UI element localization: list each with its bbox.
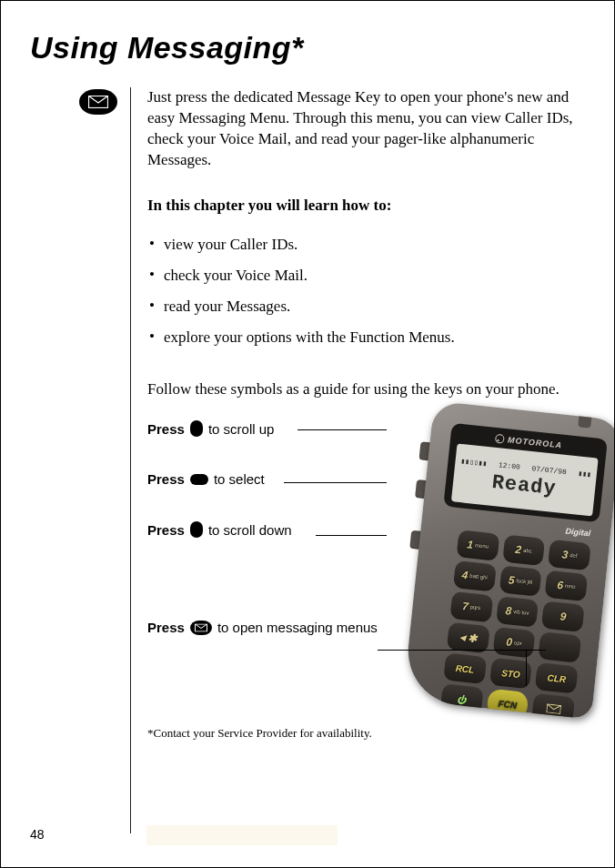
antenna xyxy=(578,409,592,428)
keypad: 1menu 2abc 3def 4batt ghi 5lock jkl 6mno… xyxy=(442,530,591,708)
envelope-key-icon xyxy=(190,621,212,635)
key-0: 0opr xyxy=(492,627,536,659)
motorola-logo-icon xyxy=(495,434,505,444)
key-9: 9 xyxy=(541,601,585,633)
select-instruction: Press to select xyxy=(147,471,378,487)
key-hash xyxy=(539,631,582,663)
leader-line xyxy=(316,535,387,536)
list-item: check your Voice Mail. xyxy=(147,260,585,291)
scroll-up-text: to scroll up xyxy=(208,421,275,437)
press-label: Press xyxy=(147,421,185,437)
phone-illustration: MOTOROLA ▮▮▯▯▮▮ 12:00 07/07/98 ▮▮▮ Ready xyxy=(378,399,615,730)
key-6: 6mno xyxy=(545,570,589,602)
key-5: 5lock jkl xyxy=(499,565,542,597)
press-label: Press xyxy=(147,620,185,635)
footnote: *Contact your Service Provider for avail… xyxy=(147,726,585,741)
phone-screen: ▮▮▯▯▮▮ 12:00 07/07/98 ▮▮▮ Ready xyxy=(451,444,599,517)
battery-icon: ▮▮▮ xyxy=(578,469,592,480)
list-item: view your Caller IDs. xyxy=(147,229,585,260)
key-3: 3def xyxy=(548,540,591,571)
highlight-bar xyxy=(146,825,338,845)
scroll-down-text: to scroll down xyxy=(208,522,292,538)
key-4: 4batt ghi xyxy=(453,560,497,592)
digital-label: Digital xyxy=(565,527,590,539)
list-item: explore your options with the Function M… xyxy=(147,322,585,353)
select-key-icon xyxy=(190,474,208,485)
signal-icon: ▮▮▯▯▮▮ xyxy=(460,457,488,470)
down-key-icon xyxy=(190,521,203,538)
brand-text: MOTOROLA xyxy=(508,435,563,449)
list-item: read your Messages. xyxy=(147,291,585,322)
key-star: ◂ ✱ xyxy=(447,622,490,654)
key-8: 8vib tuv xyxy=(496,596,539,628)
learn-list: view your Caller IDs. check your Voice M… xyxy=(147,229,585,353)
follow-text: Follow these symbols as a guide for usin… xyxy=(147,380,585,399)
key-clr: CLR xyxy=(535,662,579,694)
scroll-up-instruction: Press to scroll up xyxy=(147,420,378,437)
leader-line xyxy=(284,482,387,483)
key-7: 7pqrs xyxy=(449,591,493,623)
page-title: Using Messaging* xyxy=(30,30,585,66)
key-message xyxy=(532,693,576,720)
page-number: 48 xyxy=(30,827,45,842)
key-fcn: FCN xyxy=(486,689,529,720)
leader-line xyxy=(378,650,546,651)
messaging-instruction: Press to open messaging menus xyxy=(147,620,378,635)
envelope-icon xyxy=(79,89,117,115)
press-label: Press xyxy=(147,522,185,538)
select-text: to select xyxy=(214,471,265,487)
key-rcl: RCL xyxy=(443,653,487,685)
key-power: ⏻ xyxy=(440,683,484,715)
leader-line xyxy=(297,429,387,430)
up-key-icon xyxy=(190,420,203,437)
messaging-text: to open messaging menus xyxy=(217,620,378,635)
leader-line xyxy=(526,650,527,686)
intro-text: Just press the dedicated Message Key to … xyxy=(147,87,585,171)
press-label: Press xyxy=(147,471,185,487)
key-2: 2abc xyxy=(502,535,546,567)
chapter-heading: In this chapter you will learn how to: xyxy=(147,197,585,215)
key-1: 1menu xyxy=(457,530,500,561)
